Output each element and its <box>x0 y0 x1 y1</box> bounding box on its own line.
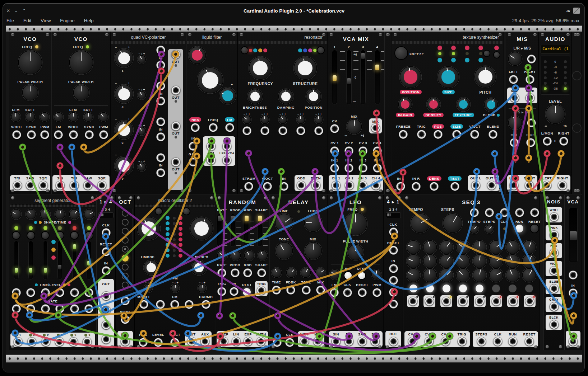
output-saw[interactable] <box>26 181 35 190</box>
output-mix[interactable] <box>313 337 322 346</box>
freq-knob[interactable] <box>70 51 93 74</box>
octave-option[interactable] <box>122 264 129 271</box>
step-knob[interactable] <box>423 269 436 282</box>
menu-help[interactable]: Help <box>84 18 94 23</box>
cv-jack[interactable] <box>156 81 165 90</box>
mode-button[interactable] <box>484 51 490 56</box>
slider-handle[interactable] <box>87 261 91 265</box>
step-knob[interactable] <box>506 269 519 282</box>
menu-view[interactable]: View <box>41 18 51 23</box>
structure-knob[interactable] <box>294 57 316 79</box>
step-knob[interactable] <box>423 255 436 268</box>
time-level-jack[interactable] <box>55 288 64 297</box>
level-slider[interactable] <box>569 208 577 262</box>
ofst-button[interactable] <box>358 272 365 279</box>
out-jack[interactable] <box>569 337 578 346</box>
ctrl-clk-jack[interactable] <box>493 337 502 346</box>
out-jack[interactable] <box>171 158 180 166</box>
cv-jack[interactable] <box>170 300 179 309</box>
input-in-jack[interactable] <box>279 182 288 191</box>
level-slider[interactable] <box>347 50 351 104</box>
cv-pwm-jack[interactable] <box>372 288 381 297</box>
cv-trig[interactable] <box>417 130 426 139</box>
ctrl-steps-jack[interactable] <box>477 337 486 346</box>
morph-knob[interactable] <box>192 260 206 275</box>
output-even[interactable] <box>311 181 320 190</box>
noise-blck-jack[interactable] <box>550 320 559 329</box>
cv-voct[interactable] <box>470 130 479 139</box>
segment-output[interactable] <box>41 337 50 346</box>
attenuverter-knob[interactable] <box>279 116 287 123</box>
cable-visibility-icon[interactable] <box>573 8 580 14</box>
shape-time-knob[interactable] <box>55 210 65 219</box>
cv-jack[interactable] <box>139 300 148 309</box>
slider-handle[interactable] <box>361 53 365 59</box>
attenuverter-knob[interactable] <box>138 163 145 171</box>
cv-rnd-jack[interactable] <box>243 268 252 277</box>
step-knob[interactable] <box>490 255 503 268</box>
cv-jack[interactable] <box>314 126 323 135</box>
cv-shape-jack[interactable] <box>257 268 266 277</box>
segment-slider[interactable] <box>14 241 18 279</box>
frequency-knob[interactable] <box>249 57 272 79</box>
noise-gray-jack[interactable] <box>550 302 559 311</box>
noise-viol-jack[interactable] <box>550 266 559 275</box>
cv-jack[interactable] <box>296 126 305 135</box>
gate-jack[interactable] <box>425 297 434 306</box>
output-outl[interactable] <box>471 181 480 190</box>
out-jack[interactable] <box>102 306 111 315</box>
input-voct-jack[interactable] <box>263 182 272 191</box>
random-slider[interactable] <box>231 214 235 246</box>
monitor-right-jack[interactable] <box>559 137 568 146</box>
shape-time-knob[interactable] <box>41 210 50 219</box>
output-aux[interactable] <box>200 337 209 346</box>
size-knob[interactable] <box>438 67 459 88</box>
cv-amount-knob[interactable] <box>272 268 281 277</box>
encode-cv-jack[interactable] <box>527 55 536 64</box>
output-ch4[interactable] <box>371 181 380 190</box>
slider-handle[interactable] <box>375 65 379 70</box>
out-jack[interactable] <box>171 122 180 131</box>
slider-handle[interactable] <box>333 75 337 81</box>
random-slider[interactable] <box>244 214 249 246</box>
level-slider[interactable] <box>361 50 365 104</box>
in-jack[interactable] <box>156 61 165 70</box>
cv-jack[interactable] <box>242 126 251 135</box>
cv-fm-jack[interactable] <box>225 123 234 132</box>
input-sync-jack[interactable] <box>85 130 94 139</box>
clk-jack[interactable] <box>389 227 398 236</box>
output-wet[interactable] <box>300 337 309 346</box>
slider-handle[interactable] <box>245 216 249 221</box>
cv-amount-knob[interactable] <box>218 251 227 260</box>
model-next-button[interactable] <box>183 208 190 215</box>
poly-button[interactable] <box>241 47 248 53</box>
slider-handle[interactable] <box>218 216 222 221</box>
cv-amount-knob[interactable] <box>231 251 240 260</box>
noise-red-jack[interactable] <box>550 248 559 257</box>
step-knob[interactable] <box>407 255 420 268</box>
attenuverter-knob[interactable] <box>138 127 145 135</box>
cv-freeze[interactable] <box>399 130 408 139</box>
gate-jack[interactable] <box>26 304 35 313</box>
texture-knob[interactable] <box>457 98 470 111</box>
noise-whit-jack[interactable] <box>550 212 559 221</box>
attenuverter-knob[interactable] <box>171 285 179 292</box>
output-sin[interactable] <box>56 181 65 190</box>
decode-in-mid-jack[interactable] <box>510 138 519 147</box>
encode-width-knob[interactable] <box>509 52 522 65</box>
segment-output[interactable] <box>83 337 92 346</box>
in-jack[interactable] <box>156 97 165 105</box>
step-knob[interactable] <box>523 241 536 254</box>
input-strum-jack[interactable] <box>244 182 253 191</box>
output-odd[interactable] <box>297 181 306 190</box>
slider-handle[interactable] <box>258 216 262 221</box>
slider-handle[interactable] <box>73 244 76 249</box>
attenuverter-knob[interactable] <box>243 116 251 123</box>
segment-output[interactable] <box>14 337 23 346</box>
in-jack[interactable] <box>189 142 198 151</box>
step-knob[interactable] <box>490 241 503 254</box>
output-step[interactable] <box>219 337 228 346</box>
cv-res-jack[interactable] <box>191 123 200 132</box>
cv-cv1-jack[interactable] <box>330 146 339 155</box>
output-tri[interactable] <box>70 181 79 190</box>
